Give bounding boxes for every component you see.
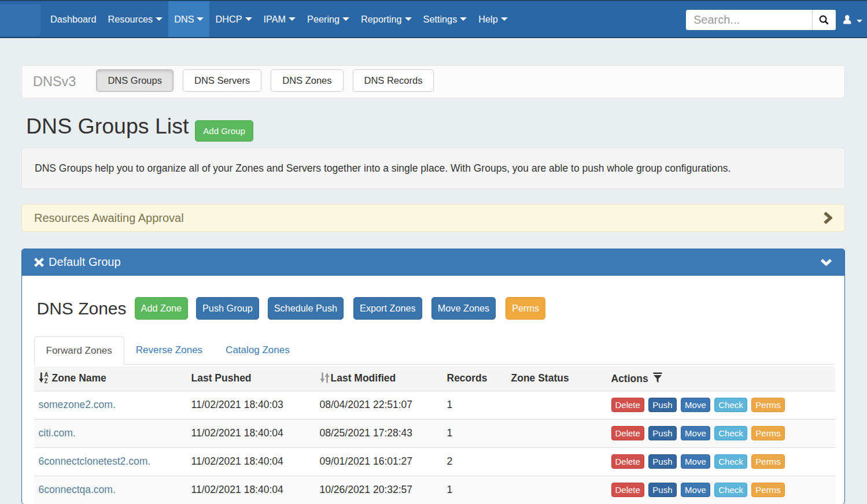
svg-text:Z: Z [44,378,47,383]
svg-text:A: A [44,372,48,378]
